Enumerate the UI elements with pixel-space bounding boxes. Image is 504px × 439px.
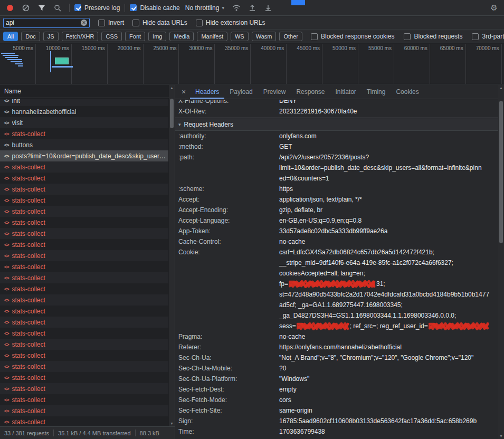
tab-timing[interactable]: Timing [362, 85, 391, 99]
record-button[interactable] [3, 2, 17, 14]
third-party-requests-toggle[interactable]: 3rd-party requests [472, 33, 504, 40]
blocked-requests-toggle[interactable]: Blocked requests [404, 33, 462, 40]
filter-input[interactable] [6, 19, 79, 26]
request-row[interactable]: <>stats-collect [0, 416, 168, 426]
tab-headers[interactable]: Headers [190, 85, 224, 99]
header-row: Accept-Language:en-GB,en-US;q=0.9,en;q=0… [175, 215, 498, 226]
name-column-header[interactable]: Name [0, 85, 175, 98]
scroll-down-icon[interactable]: ▼ [498, 433, 504, 439]
request-row[interactable]: <>stats-collect [0, 350, 168, 361]
throttling-select[interactable]: No throttling ▾ [182, 3, 227, 13]
type-filter-doc[interactable]: Doc [21, 32, 40, 41]
close-details-button[interactable]: × [177, 88, 190, 96]
tab-response[interactable]: Response [291, 85, 330, 99]
network-conditions-button[interactable] [230, 2, 243, 14]
request-headers-section[interactable]: ▾ Request Headers [175, 118, 498, 131]
scrollbar-thumb[interactable] [170, 99, 174, 128]
transferred-size: 35.1 kB / 4.4 MB transferred [58, 430, 131, 436]
request-name: stats-collect [12, 252, 45, 260]
request-row[interactable]: <>stats-collect [0, 206, 168, 217]
request-row[interactable]: <>stats-collect [0, 283, 168, 294]
scroll-up-icon[interactable]: ▲ [498, 85, 504, 91]
type-filter-img[interactable]: Img [148, 32, 166, 41]
import-har-button[interactable] [245, 2, 259, 14]
header-row: Accept:application/json, text/plain, */* [175, 194, 498, 205]
request-row[interactable]: <>visit [0, 117, 168, 128]
type-filter-fetch-xhr[interactable]: Fetch/XHR [62, 32, 99, 41]
timeline-tick: 20000 ms [108, 44, 144, 84]
header-row: :scheme:https [175, 184, 498, 194]
hide-extension-urls-toggle[interactable]: Hide extension URLs [196, 19, 265, 26]
request-row[interactable]: <>stats-collect [0, 317, 168, 328]
script-icon: <> [4, 275, 9, 281]
header-value: 202312261916-30670fa40e [279, 106, 498, 117]
scroll-down-icon[interactable]: ▼ [169, 421, 175, 426]
request-row[interactable]: <>init [0, 99, 168, 106]
type-filter-css[interactable]: CSS [101, 32, 122, 41]
header-value: /api2/v2/users/20572336/posts?limit=10&o… [279, 152, 498, 184]
clear-button[interactable] [19, 2, 33, 14]
blocked-response-cookies-toggle[interactable]: Blocked response cookies [311, 33, 394, 40]
request-row[interactable]: <>stats-collect [0, 261, 168, 272]
request-row[interactable]: <>stats-collect [0, 272, 168, 283]
type-filter-wasm[interactable]: Wasm [252, 32, 277, 41]
scrollbar-thumb[interactable] [499, 101, 503, 243]
request-row[interactable]: <>stats-collect [0, 228, 168, 239]
header-name: Accept-Language: [175, 215, 279, 226]
request-name: stats-collect [12, 197, 45, 204]
timeline-tick: 55000 ms [358, 44, 394, 84]
request-row[interactable]: <>stats-collect [0, 161, 168, 173]
request-row[interactable]: <>stats-collect [0, 184, 168, 195]
settings-button[interactable]: ⚙ [487, 2, 501, 14]
request-row[interactable]: <>stats-collect [0, 128, 168, 139]
timeline-overview[interactable]: 5000 ms10000 ms15000 ms20000 ms25000 ms3… [0, 44, 504, 84]
clear-filter-icon[interactable]: ✕ [81, 20, 87, 26]
request-row[interactable]: <>stats-collect [0, 372, 168, 383]
type-filter-font[interactable]: Font [125, 32, 145, 41]
request-row[interactable]: <>stats-collect [0, 294, 168, 306]
request-row[interactable]: <>stats-collect [0, 239, 168, 250]
type-filter-manifest[interactable]: Manifest [197, 32, 227, 41]
details-scrollbar[interactable]: ▲ ▼ [498, 85, 504, 439]
request-row[interactable]: <>stats-collect [0, 217, 168, 228]
preserve-log-toggle[interactable]: Preserve log [74, 4, 120, 12]
request-row[interactable]: <>stats-collect [0, 306, 168, 317]
tab-payload[interactable]: Payload [224, 85, 258, 99]
type-filter-other[interactable]: Other [279, 32, 302, 41]
header-row: Sec-Ch-Ua:"Not_A Brand";v="8", "Chromium… [175, 352, 498, 363]
request-row[interactable]: <>stats-collect [0, 339, 168, 350]
invert-toggle[interactable]: Invert [98, 19, 124, 26]
request-name: stats-collect [12, 186, 45, 193]
request-row[interactable]: <>stats-collect [0, 394, 168, 405]
request-row[interactable]: <>stats-collect [0, 328, 168, 339]
request-row[interactable]: <>stats-collect [0, 250, 168, 261]
tab-preview[interactable]: Preview [258, 85, 291, 99]
search-button[interactable] [51, 2, 64, 14]
request-list-scrollbar[interactable]: ▲ ▼ [169, 85, 175, 426]
type-filter-all[interactable]: All [3, 32, 18, 41]
hide-data-urls-toggle[interactable]: Hide data URLs [132, 19, 187, 26]
request-row[interactable]: <>stats-collect [0, 173, 168, 184]
request-name: stats-collect [12, 175, 45, 182]
request-row[interactable]: <>buttons [0, 139, 168, 150]
request-row[interactable]: <>stats-collect [0, 361, 168, 372]
header-name: Sec-Ch-Ua-Mobile: [175, 363, 279, 374]
type-filter-media[interactable]: Media [169, 32, 194, 41]
request-row[interactable]: <>stats-collect [0, 195, 168, 206]
filter-button[interactable] [35, 2, 49, 14]
export-har-button[interactable] [261, 2, 275, 14]
request-name: stats-collect [12, 219, 45, 226]
type-filter-ws[interactable]: WS [231, 32, 249, 41]
request-row[interactable]: <>stats-collect [0, 405, 168, 416]
request-row[interactable]: <>stats-collect [0, 383, 168, 394]
scroll-up-icon[interactable]: ▲ [169, 85, 175, 91]
disable-cache-toggle[interactable]: Disable cache [130, 4, 179, 12]
tab-initiator[interactable]: Initiator [330, 85, 361, 99]
type-filter-bar: AllDocJSFetch/XHRCSSFontImgMediaManifest… [0, 30, 504, 43]
request-row[interactable]: <>hannahelizabethofficial [0, 106, 168, 117]
header-name: :authority: [175, 131, 279, 141]
request-row[interactable]: <>posts?limit=10&order=publish_date_desc… [0, 150, 168, 161]
type-filter-js[interactable]: JS [43, 32, 59, 41]
tab-cookies[interactable]: Cookies [391, 85, 424, 99]
timeline-tick: 65000 ms [430, 44, 466, 84]
